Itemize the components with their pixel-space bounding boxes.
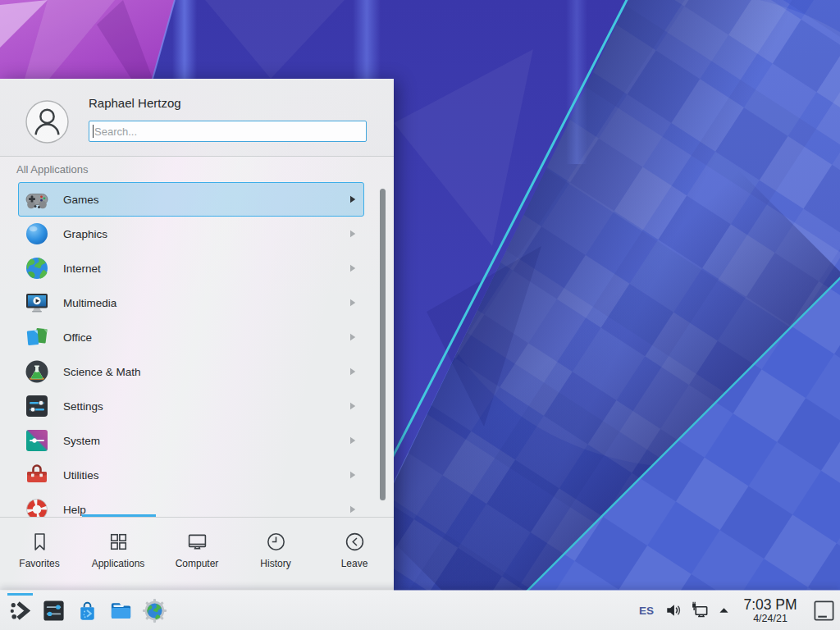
office-icon xyxy=(24,324,50,350)
system-settings-icon xyxy=(41,598,66,623)
category-multimedia[interactable]: Multimedia xyxy=(18,285,364,320)
taskbar-app-system-settings[interactable] xyxy=(37,591,71,630)
category-label: Office xyxy=(63,331,92,344)
submenu-arrow-icon xyxy=(349,505,356,514)
dolphin-folder-icon xyxy=(108,598,134,623)
internet-icon xyxy=(24,255,50,281)
submenu-arrow-icon xyxy=(349,299,356,307)
leave-icon xyxy=(344,531,366,553)
application-launcher-menu: Raphael Hertzog All Applications GamesGr… xyxy=(0,79,394,591)
category-label: Multimedia xyxy=(63,297,116,309)
category-internet[interactable]: Internet xyxy=(18,251,364,285)
computer-icon xyxy=(186,531,208,553)
taskbar: ES 7:03 PM 4/24/21 xyxy=(0,591,840,630)
category-graphics[interactable]: Graphics xyxy=(18,217,364,251)
category-label: Games xyxy=(63,194,99,206)
favorites-icon xyxy=(29,531,51,553)
clock-date: 4/24/21 xyxy=(738,613,802,624)
category-label: System xyxy=(63,435,100,447)
science-icon xyxy=(24,358,50,385)
category-science-math[interactable]: Science & Math xyxy=(18,354,364,389)
section-label: All Applications xyxy=(16,163,88,176)
help-icon xyxy=(24,496,50,517)
active-tab-indicator xyxy=(82,514,156,517)
tab-label: Computer xyxy=(176,558,219,569)
history-icon xyxy=(265,531,287,553)
submenu-arrow-icon xyxy=(349,230,356,238)
submenu-arrow-icon xyxy=(349,264,356,272)
category-list: GamesGraphicsInternetMultimediaOfficeSci… xyxy=(0,182,394,517)
launcher-header: Raphael Hertzog xyxy=(0,79,394,157)
konqueror-globe-icon xyxy=(142,598,167,623)
taskbar-app-application-launcher[interactable] xyxy=(3,591,37,630)
search-field xyxy=(89,121,367,142)
utilities-icon xyxy=(24,462,50,488)
taskbar-app-web-browser[interactable] xyxy=(138,591,171,630)
category-label: Settings xyxy=(63,400,103,413)
tab-leave[interactable]: Leave xyxy=(315,518,394,591)
tab-label: Favorites xyxy=(19,558,59,569)
submenu-arrow-icon xyxy=(349,368,356,376)
submenu-arrow-icon xyxy=(349,333,356,341)
applications-icon xyxy=(107,531,130,553)
keyboard-layout-indicator[interactable]: ES xyxy=(639,605,654,617)
taskbar-app-icons xyxy=(3,591,171,630)
text-cursor xyxy=(93,125,94,138)
category-utilities[interactable]: Utilities xyxy=(18,458,364,492)
submenu-arrow-icon xyxy=(349,195,356,203)
category-games[interactable]: Games xyxy=(18,182,364,217)
volume-icon[interactable] xyxy=(665,602,682,619)
user-avatar[interactable] xyxy=(25,100,69,144)
settings-icon xyxy=(24,393,50,419)
show-desktop-button[interactable] xyxy=(813,598,835,623)
tab-applications[interactable]: Applications xyxy=(79,518,158,591)
scrollbar[interactable] xyxy=(380,189,386,500)
launcher-tab-bar: FavoritesApplicationsComputerHistoryLeav… xyxy=(0,518,394,591)
category-system[interactable]: System xyxy=(18,423,364,458)
digital-clock[interactable]: 7:03 PM 4/24/21 xyxy=(738,597,802,624)
submenu-arrow-icon xyxy=(349,436,356,445)
network-icon[interactable] xyxy=(691,601,710,620)
system-tray: ES 7:03 PM 4/24/21 xyxy=(639,591,840,630)
tab-label: History xyxy=(260,558,290,569)
system-icon xyxy=(24,427,50,454)
show-desktop-icon xyxy=(813,598,835,623)
expand-tray-icon[interactable] xyxy=(719,606,729,614)
category-label: Utilities xyxy=(63,469,99,482)
user-name: Raphael Hertzog xyxy=(89,96,181,110)
user-icon xyxy=(25,100,69,144)
category-settings[interactable]: Settings xyxy=(18,389,364,423)
games-icon xyxy=(24,186,50,212)
category-help[interactable]: Help xyxy=(18,492,364,517)
tab-computer[interactable]: Computer xyxy=(158,518,236,591)
tab-favorites[interactable]: Favorites xyxy=(0,518,79,591)
taskbar-app-file-manager[interactable] xyxy=(104,591,138,630)
tab-label: Leave xyxy=(341,558,368,569)
kde-launcher-icon xyxy=(7,598,33,623)
taskbar-app-discover[interactable] xyxy=(71,591,104,630)
clock-time: 7:03 PM xyxy=(738,597,802,613)
category-label: Graphics xyxy=(63,228,107,240)
category-office[interactable]: Office xyxy=(18,320,364,354)
category-label: Science & Math xyxy=(63,366,141,378)
submenu-arrow-icon xyxy=(349,402,356,410)
graphics-icon xyxy=(24,221,50,247)
multimedia-icon xyxy=(24,290,50,316)
discover-icon xyxy=(75,598,100,623)
tab-history[interactable]: History xyxy=(236,518,315,591)
tab-label: Applications xyxy=(92,558,145,569)
submenu-arrow-icon xyxy=(349,471,356,479)
desktop: Raphael Hertzog All Applications GamesGr… xyxy=(0,0,840,630)
search-input[interactable] xyxy=(89,121,367,142)
category-label: Internet xyxy=(63,262,101,275)
